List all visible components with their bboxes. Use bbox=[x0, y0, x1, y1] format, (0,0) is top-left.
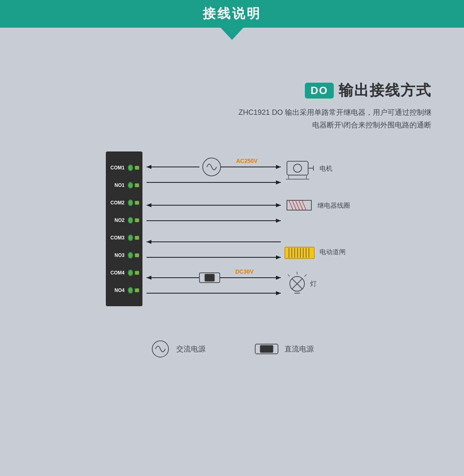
legend-area: 交流电源 直流电源 bbox=[33, 339, 431, 359]
svg-marker-43 bbox=[147, 276, 151, 280]
svg-line-57 bbox=[304, 274, 306, 276]
svg-line-22 bbox=[289, 200, 293, 210]
ac-icon bbox=[150, 339, 171, 359]
page-title: 接线说明 bbox=[203, 5, 261, 23]
svg-marker-17 bbox=[147, 203, 151, 207]
wiring-diagram: COM1 NO1 COM2 NO2 bbox=[33, 143, 431, 314]
do-badge: DO bbox=[305, 83, 334, 99]
do-title-row: DO 输出接线方式 bbox=[305, 81, 431, 101]
svg-text:继电器线圈: 继电器线圈 bbox=[317, 202, 350, 209]
svg-text:AC250V: AC250V bbox=[236, 158, 258, 164]
svg-rect-32 bbox=[285, 247, 314, 259]
legend-item-dc: 直流电源 bbox=[254, 342, 314, 356]
page-header: 接线说明 bbox=[0, 0, 464, 28]
svg-marker-31 bbox=[276, 255, 281, 259]
dc-icon bbox=[254, 342, 279, 356]
svg-marker-29 bbox=[147, 240, 151, 244]
svg-marker-1 bbox=[147, 165, 151, 169]
svg-marker-7 bbox=[276, 180, 281, 184]
svg-marker-5 bbox=[276, 165, 281, 169]
wiring-svg: AC250V 电机 bbox=[33, 143, 431, 314]
main-content: DO 输出接线方式 ZHC1921 DO 输出采用单路常开继电器，用户可通过控制… bbox=[0, 40, 464, 375]
svg-rect-45 bbox=[205, 274, 214, 281]
svg-line-26 bbox=[302, 200, 306, 210]
svg-marker-18 bbox=[276, 203, 281, 207]
svg-text:灯: 灯 bbox=[310, 280, 317, 287]
do-description: ZHC1921 DO 输出采用单路常开继电器，用户可通过控制继 电器断开\闭合来… bbox=[239, 106, 431, 131]
do-section: DO 输出接线方式 ZHC1921 DO 输出采用单路常开继电器，用户可通过控制… bbox=[33, 81, 431, 131]
svg-marker-48 bbox=[276, 276, 281, 280]
svg-text:DC30V: DC30V bbox=[235, 268, 254, 275]
header-arrow-icon bbox=[221, 28, 243, 40]
do-title-text: 输出接线方式 bbox=[339, 81, 431, 101]
svg-line-25 bbox=[299, 200, 303, 210]
legend-label-ac: 交流电源 bbox=[176, 344, 206, 354]
legend-item-ac: 交流电源 bbox=[150, 339, 206, 359]
svg-point-9 bbox=[293, 164, 302, 172]
svg-rect-8 bbox=[287, 161, 308, 175]
legend-label-dc: 直流电源 bbox=[285, 344, 314, 354]
svg-marker-20 bbox=[276, 219, 281, 223]
svg-line-24 bbox=[295, 200, 300, 210]
svg-rect-62 bbox=[260, 345, 273, 353]
svg-line-58 bbox=[288, 274, 290, 276]
svg-marker-50 bbox=[276, 291, 281, 295]
svg-text:电动道闸: 电动道闸 bbox=[320, 248, 346, 255]
svg-line-23 bbox=[292, 200, 296, 210]
svg-text:电机: 电机 bbox=[320, 165, 333, 172]
